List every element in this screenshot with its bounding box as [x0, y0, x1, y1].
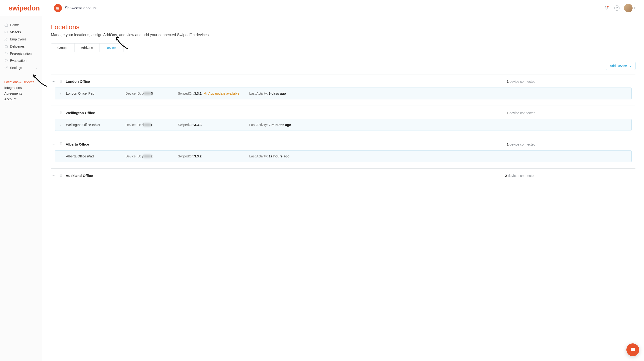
sidebar-item-agreements[interactable]: Agreements [4, 91, 38, 96]
sidebar-item-label: Deliveries [10, 44, 24, 48]
people-icon [4, 37, 10, 41]
collapse-toggle[interactable]: − [52, 142, 56, 146]
home-icon [4, 23, 10, 27]
main-content: Locations Manage your locations, assign … [42, 16, 644, 361]
sidebar-item-deliveries[interactable]: Deliveries [4, 43, 38, 50]
notifications-button[interactable] [602, 3, 611, 13]
sidebar-item-visitors[interactable]: Visitors [4, 28, 38, 36]
last-activity: Last Activity: 9 days ago [249, 91, 626, 95]
tab-bar: Groups AddOns Devices [51, 43, 124, 52]
update-warning: App update available [204, 91, 240, 95]
shield-icon [4, 59, 10, 62]
chat-fab[interactable] [626, 344, 639, 356]
sidebar-item-label: Preregistration [10, 52, 32, 55]
sidebar-item-label: Evacuation [10, 59, 26, 62]
sidebar-item-label: Employees [10, 37, 26, 41]
device-row[interactable]: ›Alberta Office iPadDevice ID: y0000zSwi… [55, 150, 632, 162]
svg-rect-12 [60, 143, 62, 145]
last-activity: Last Activity: 2 minutes ago [249, 123, 626, 127]
device-name: Alberta Office iPad [66, 154, 126, 158]
location-name: Alberta Office [66, 142, 89, 146]
location-block: −Auckland Office2 devices connected [51, 168, 636, 188]
chevron-right-icon: › [60, 155, 61, 158]
device-version: SwipedOn: 3.3.2 [178, 154, 249, 158]
account-chevron-icon[interactable]: ▾ [634, 6, 636, 9]
sidebar-item-settings[interactable]: Settings ⌄ [4, 64, 38, 71]
location-name: Auckland Office [66, 174, 93, 178]
collapse-toggle[interactable]: − [52, 111, 56, 115]
building-icon [60, 79, 63, 84]
package-icon [4, 44, 10, 48]
device-count: 2 devices connected [505, 174, 536, 178]
user-plus-icon [4, 52, 10, 55]
page-title: Locations [51, 23, 636, 31]
device-count: 1 device connected [507, 80, 536, 83]
gear-icon [4, 66, 10, 70]
svg-rect-3 [5, 31, 8, 33]
account-name[interactable]: Showcase account [65, 6, 96, 10]
location-block: −London Office1 device connected›London … [51, 74, 636, 106]
device-row[interactable]: ›Wellington Office tabletDevice ID: d000… [55, 119, 632, 131]
collapse-toggle[interactable]: − [52, 174, 56, 178]
device-count: 1 device connected [507, 142, 536, 146]
page-subtitle: Manage your locations, assign AddOns, an… [51, 33, 636, 37]
brand-logo[interactable]: swipedon [8, 4, 40, 12]
svg-point-4 [6, 32, 6, 32]
tab-groups[interactable]: Groups [51, 43, 75, 52]
device-row[interactable]: ›London Office iPadDevice ID: b00005Swip… [55, 87, 632, 99]
sidebar-item-employees[interactable]: Employees [4, 36, 38, 43]
chevron-right-icon: › [60, 123, 61, 127]
sidebar-divider [4, 75, 38, 75]
svg-rect-10 [60, 80, 62, 82]
sidebar-item-integrations[interactable]: Integrations [4, 85, 38, 91]
tab-devices[interactable]: Devices [100, 43, 124, 52]
device-id: Device ID: d0000t [126, 123, 178, 127]
device-version: SwipedOn: 3.3.3 [178, 123, 249, 127]
sidebar-item-label: Home [10, 23, 19, 27]
sidebar-item-account[interactable]: Account [4, 96, 38, 102]
sidebar-item-locations-devices[interactable]: Locations & Devices [4, 79, 38, 85]
tab-addons[interactable]: AddOns [75, 43, 100, 52]
location-block: −Alberta Office1 device connected›Albert… [51, 137, 636, 168]
svg-rect-1 [57, 7, 58, 8]
device-id: Device ID: b00005 [126, 91, 178, 95]
topbar: swipedon Showcase account ? ▾ [0, 0, 644, 16]
sidebar-item-preregistration[interactable]: Preregistration [4, 50, 38, 57]
building-icon [60, 142, 63, 146]
add-device-button[interactable]: Add Device ⌄ [606, 62, 636, 70]
location-block: −Wellington Office1 device connected›Wel… [51, 106, 636, 137]
sidebar: Home Visitors Employees Deliveries Prere… [0, 16, 42, 361]
sidebar-item-label: Visitors [10, 30, 21, 34]
add-device-label: Add Device [610, 64, 627, 68]
svg-point-5 [5, 38, 6, 39]
help-button[interactable]: ? [612, 3, 622, 13]
location-name: Wellington Office [66, 111, 95, 115]
sidebar-item-evacuation[interactable]: Evacuation [4, 57, 38, 64]
device-version: SwipedOn: 3.3.1App update available [178, 91, 249, 95]
building-icon [60, 111, 63, 115]
svg-rect-7 [5, 46, 8, 48]
chevron-right-icon: › [60, 92, 61, 95]
device-id: Device ID: y0000z [126, 154, 178, 158]
chevron-down-icon: ⌄ [629, 64, 632, 67]
avatar[interactable] [624, 4, 632, 12]
svg-rect-13 [60, 174, 62, 177]
device-count: 1 device connected [507, 111, 536, 115]
sidebar-item-home[interactable]: Home [4, 21, 38, 28]
id-icon [4, 30, 10, 34]
device-name: Wellington Office tablet [66, 123, 126, 127]
svg-point-6 [6, 38, 8, 39]
svg-rect-0 [56, 7, 59, 9]
sidebar-item-label: Settings [10, 66, 22, 70]
svg-point-9 [6, 67, 7, 68]
svg-rect-2 [58, 7, 59, 8]
chevron-down-icon: ⌄ [36, 66, 38, 69]
location-name: London Office [66, 79, 90, 83]
svg-point-8 [6, 52, 6, 53]
account-badge-icon[interactable] [54, 4, 62, 12]
notification-dot [607, 6, 608, 7]
collapse-toggle[interactable]: − [52, 79, 56, 84]
building-icon [60, 173, 63, 178]
device-name: London Office iPad [66, 91, 126, 95]
svg-rect-11 [60, 111, 62, 114]
